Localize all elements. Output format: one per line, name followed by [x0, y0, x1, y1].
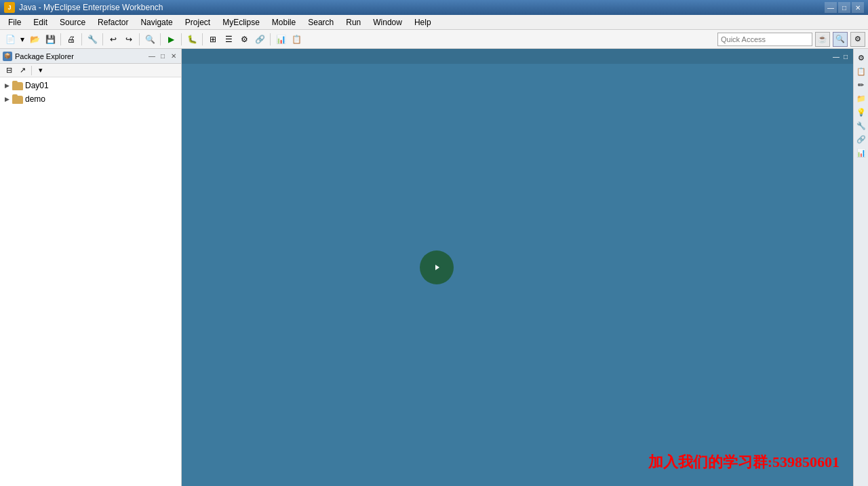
toolbar-sep-4 [139, 33, 140, 45]
folder-icon-day01 [12, 81, 23, 90]
main-area: 📦 Package Explorer — □ ✕ ⊟ ↗ ▾ ▶ [0, 49, 868, 486]
quick-access-area: ☕ 🔍 ⚙ [717, 32, 865, 47]
quick-access-input[interactable] [717, 33, 812, 46]
window-title: Java - MyEclipse Enterprise Workbench [19, 3, 163, 12]
tree-item-day01-text: Day01 [25, 81, 49, 90]
link-editor-button[interactable]: ↗ [16, 64, 28, 77]
toolbar-save-button[interactable]: 💾 [43, 32, 58, 47]
tree-item-demo[interactable]: ▶ demo [0, 92, 181, 106]
tree-area[interactable]: ▶ Day01 ▶ demo [0, 77, 181, 486]
menu-edit[interactable]: Edit [28, 16, 53, 29]
menu-navigate[interactable]: Navigate [135, 16, 178, 29]
toolbar-sep-5 [160, 33, 161, 45]
toolbar-sep-1 [60, 33, 61, 45]
toolbar-redo-button[interactable]: ↪ [121, 32, 136, 47]
toolbar-refactor-button[interactable]: 🔧 [85, 32, 100, 47]
close-button[interactable]: ✕ [852, 2, 864, 13]
cursor-marker [420, 250, 454, 284]
toolbar-print-button[interactable]: 🖨 [64, 32, 79, 47]
toolbar-extra-1[interactable]: ⊞ [205, 32, 220, 47]
toolbar-undo-button[interactable]: ↩ [106, 32, 121, 47]
menu-source[interactable]: Source [54, 16, 91, 29]
toolbar-sep-2 [81, 33, 82, 45]
sidebar-btn-3[interactable]: ✏ [855, 79, 867, 91]
toolbar: 📄 ▾ 📂 💾 🖨 🔧 ↩ ↪ 🔍 ▶ 🐛 ⊞ ☰ ⚙ 🔗 📊 📋 ☕ 🔍 ⚙ [0, 30, 868, 49]
toolbar-extra-3[interactable]: ⚙ [237, 32, 252, 47]
collapse-all-button[interactable]: ⊟ [3, 64, 15, 77]
panel-title: Package Explorer [15, 52, 144, 60]
editor-minimize-button[interactable]: — [831, 52, 841, 61]
editor-area[interactable]: — □ 加入我们的学习群:539850601 [182, 49, 853, 486]
maximize-button[interactable]: □ [838, 2, 850, 13]
sidebar-btn-7[interactable]: 🔗 [855, 133, 867, 145]
toolbar-sep-8 [270, 33, 271, 45]
toolbar-extra-5[interactable]: 📊 [273, 32, 288, 47]
toolbar-sep-6 [181, 33, 182, 45]
perspective-java-button[interactable]: ☕ [815, 32, 830, 47]
menu-bar: File Edit Source Refactor Navigate Proje… [0, 15, 868, 30]
toolbar-extra-6[interactable]: 📋 [289, 32, 304, 47]
app-icon: J [4, 2, 15, 13]
tree-item-day01[interactable]: ▶ Day01 [0, 79, 181, 92]
folder-icon-demo [12, 94, 23, 104]
menu-help[interactable]: Help [409, 16, 437, 29]
sidebar-btn-1[interactable]: ⚙ [855, 52, 867, 64]
panel-header: 📦 Package Explorer — □ ✕ [0, 49, 181, 64]
toolbar-new-button[interactable]: 📄 [3, 32, 18, 47]
sidebar-btn-8[interactable]: 📊 [855, 147, 867, 159]
tree-arrow-day01: ▶ [3, 81, 11, 90]
tree-item-day01-label-group: Day01 [12, 81, 49, 90]
toolbar-run-button[interactable]: ▶ [163, 32, 178, 47]
editor-maximize-button[interactable]: □ [841, 52, 850, 61]
tree-item-demo-label-group: demo [12, 94, 45, 104]
panel-icon: 📦 [3, 52, 12, 61]
panel-toolbar-sep [31, 66, 32, 75]
menu-file[interactable]: File [3, 16, 26, 29]
menu-window[interactable]: Window [368, 16, 408, 29]
toolbar-extra-2[interactable]: ☰ [221, 32, 236, 47]
title-bar-left: J Java - MyEclipse Enterprise Workbench [4, 2, 163, 13]
panel-toolbar: ⊟ ↗ ▾ [0, 64, 181, 77]
toolbar-sep-3 [102, 33, 103, 45]
package-explorer-panel: 📦 Package Explorer — □ ✕ ⊟ ↗ ▾ ▶ [0, 49, 182, 486]
minimize-button[interactable]: — [825, 2, 837, 13]
panel-header-controls: — □ ✕ [147, 52, 178, 61]
panel-menu-button[interactable]: ▾ [35, 64, 47, 77]
toolbar-extra-4[interactable]: 🔗 [252, 32, 267, 47]
watermark: 加入我们的学习群:539850601 [648, 452, 840, 472]
right-sidebar: ⚙ 📋 ✏ 📁 💡 🔧 🔗 📊 [853, 49, 868, 486]
cursor-arrow [435, 265, 439, 270]
menu-run[interactable]: Run [340, 16, 366, 29]
toolbar-open-button[interactable]: 📂 [27, 32, 42, 47]
toolbar-new-dropdown[interactable]: ▾ [18, 32, 26, 47]
menu-search[interactable]: Search [302, 16, 339, 29]
toolbar-sep-7 [202, 33, 203, 45]
sidebar-btn-6[interactable]: 🔧 [855, 119, 867, 132]
tree-item-demo-text: demo [25, 94, 45, 104]
menu-project[interactable]: Project [180, 16, 216, 29]
panel-close-button[interactable]: ✕ [169, 52, 178, 61]
tree-arrow-demo: ▶ [3, 95, 11, 103]
editor-top-bar: — □ [182, 49, 853, 64]
menu-myeclipse[interactable]: MyEclipse [217, 16, 265, 29]
menu-mobile[interactable]: Mobile [267, 16, 301, 29]
sidebar-btn-2[interactable]: 📋 [855, 65, 867, 77]
toolbar-debug-button[interactable]: 🐛 [184, 32, 199, 47]
title-bar-controls: — □ ✕ [825, 2, 864, 13]
perspective-debug-button[interactable]: 🔍 [833, 32, 848, 47]
sidebar-btn-4[interactable]: 📁 [855, 92, 867, 105]
perspective-extra-button[interactable]: ⚙ [850, 32, 865, 47]
panel-maximize-button[interactable]: □ [158, 52, 167, 61]
title-bar: J Java - MyEclipse Enterprise Workbench … [0, 0, 868, 15]
toolbar-search-button[interactable]: 🔍 [142, 32, 157, 47]
menu-refactor[interactable]: Refactor [92, 16, 134, 29]
panel-minimize-button[interactable]: — [147, 52, 157, 61]
sidebar-btn-5[interactable]: 💡 [855, 106, 867, 118]
